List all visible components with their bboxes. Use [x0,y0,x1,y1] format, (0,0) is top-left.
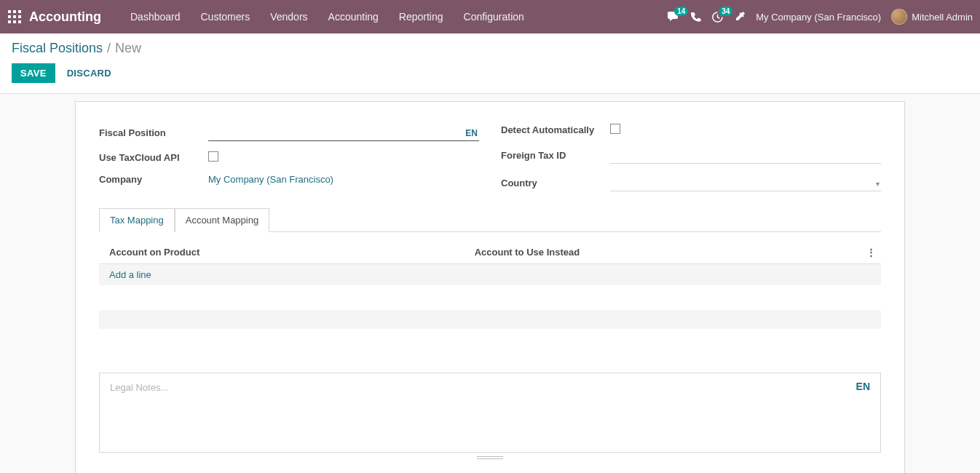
top-navbar: Accounting Dashboard Customers Vendors A… [0,0,980,33]
breadcrumb-separator: / [107,41,111,56]
tab-tax-mapping[interactable]: Tax Mapping [99,208,175,232]
nav-customers[interactable]: Customers [191,0,261,33]
account-mapping-panel: Account on Product Account to Use Instea… [99,241,881,329]
fiscal-position-lang[interactable]: EN [465,128,478,138]
breadcrumb-current: New [115,41,141,56]
breadcrumb-parent[interactable]: Fiscal Positions [12,41,103,56]
nav-configuration[interactable]: Configuration [454,0,534,33]
right-column: Detect Automatically Foreign Tax ID Coun… [501,124,881,191]
foreign-tax-id-input[interactable] [610,146,881,164]
country-label: Country [501,178,610,188]
activities-icon[interactable]: 34 [711,11,724,23]
nav-menu: Dashboard Customers Vendors Accounting R… [120,0,534,33]
fiscal-position-label: Fiscal Position [99,127,208,138]
legal-notes-placeholder: Legal Notes... [110,382,168,393]
use-taxcloud-checkbox[interactable] [208,151,218,162]
col-account-on-product: Account on Product [102,247,475,258]
use-taxcloud-label: Use TaxCloud API [99,152,208,163]
add-a-line[interactable]: Add a line [99,264,881,285]
messages-badge: 14 [674,7,688,16]
debug-icon[interactable] [734,11,746,23]
discard-button[interactable]: DISCARD [64,63,114,83]
phone-icon[interactable] [690,12,701,23]
nav-reporting[interactable]: Reporting [389,0,454,33]
save-button[interactable]: SAVE [12,63,55,83]
legal-notes-lang[interactable]: EN [856,381,870,392]
tabs: Tax Mapping Account Mapping [99,207,881,232]
form-sheet: Fiscal Position EN Use TaxCloud API Comp… [75,101,905,473]
app-title[interactable]: Accounting [29,9,101,25]
company-label: Company [99,174,208,185]
table-stripe [99,310,881,329]
systray: 14 34 My Company (San Francisco) Mitchel… [667,9,973,25]
kebab-icon[interactable]: ⋮ [864,247,878,258]
avatar [891,9,907,25]
legal-notes-field[interactable]: Legal Notes... EN [99,373,881,453]
country-input[interactable] [610,174,881,191]
nav-vendors[interactable]: Vendors [260,0,317,33]
nav-accounting[interactable]: Accounting [318,0,389,33]
col-account-to-use-instead: Account to Use Instead [475,247,864,258]
tab-account-mapping[interactable]: Account Mapping [175,208,269,232]
fiscal-position-input[interactable] [208,124,479,141]
detect-auto-label: Detect Automatically [501,124,610,135]
company-value[interactable]: My Company (San Francisco) [208,174,333,185]
left-column: Fiscal Position EN Use TaxCloud API Comp… [99,124,479,191]
messages-icon[interactable]: 14 [667,11,680,23]
chevron-down-icon[interactable]: ▾ [876,180,880,188]
detect-auto-checkbox[interactable] [610,124,620,134]
user-name: Mitchell Admin [912,12,973,23]
nav-dashboard[interactable]: Dashboard [120,0,191,33]
activities-badge: 34 [719,7,732,16]
foreign-tax-id-label: Foreign Tax ID [501,150,610,161]
user-menu[interactable]: Mitchell Admin [891,9,973,25]
breadcrumb: Fiscal Positions / New [12,41,968,56]
control-panel: Fiscal Positions / New SAVE DISCARD [0,33,980,94]
company-switcher[interactable]: My Company (San Francisco) [756,12,881,23]
apps-icon[interactable] [4,7,25,27]
resize-handle[interactable] [99,454,881,461]
